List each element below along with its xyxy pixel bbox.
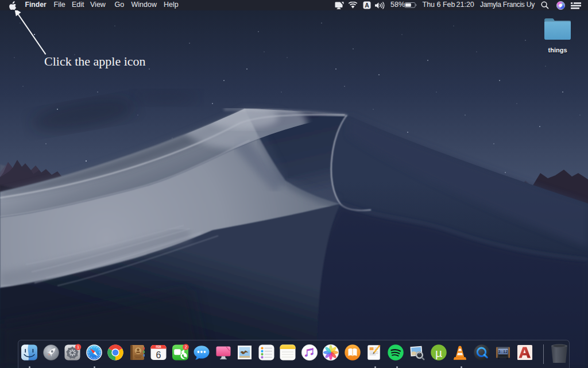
- svg-text:1: 1: [77, 344, 79, 350]
- svg-text:µ: µ: [435, 346, 442, 359]
- svg-text:6: 6: [156, 350, 161, 360]
- svg-text:A: A: [365, 2, 369, 9]
- svg-text:3:12: 3:12: [498, 350, 508, 354]
- svg-text:FEB: FEB: [156, 346, 161, 348]
- svg-text:2: 2: [184, 344, 187, 350]
